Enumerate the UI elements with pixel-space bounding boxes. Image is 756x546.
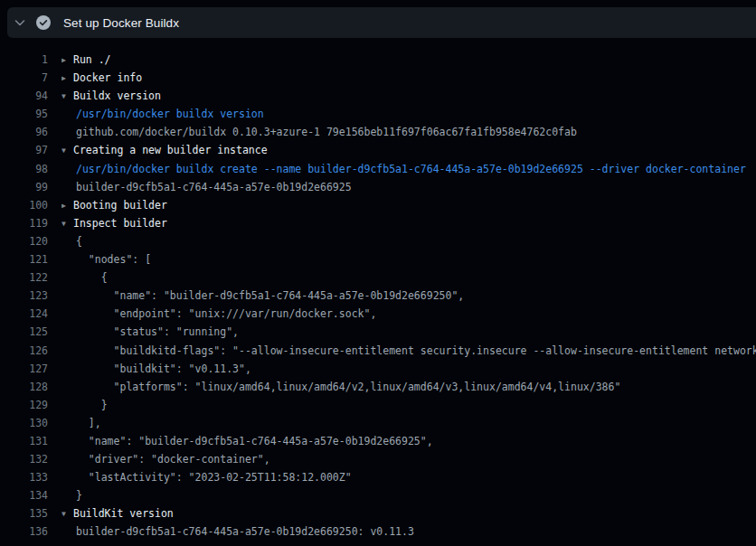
line-number[interactable]: 95 bbox=[0, 105, 48, 123]
step-title: Set up Docker Buildx bbox=[63, 16, 179, 30]
line-number[interactable]: 120 bbox=[0, 232, 48, 250]
log-line: 119▼Inspect builder bbox=[0, 214, 756, 232]
log-line: 122 { bbox=[0, 268, 756, 287]
log-output-text: "buildkitd-flags": "--allow-insecure-ent… bbox=[61, 342, 756, 360]
status-check-icon bbox=[36, 15, 51, 30]
log-group-toggle[interactable]: ▶Docker info bbox=[61, 69, 142, 87]
log-output-text: "endpoint": "unix:///var/run/docker.sock… bbox=[61, 305, 376, 323]
line-number[interactable]: 100 bbox=[0, 196, 48, 214]
log-line: 136builder-d9cfb5a1-c764-445a-a57e-0b19d… bbox=[0, 522, 756, 541]
log-line: 7▶Docker info bbox=[0, 69, 756, 87]
log-group-title: Creating a new builder instance bbox=[73, 144, 268, 156]
line-number[interactable]: 134 bbox=[0, 486, 48, 504]
line-number[interactable]: 128 bbox=[0, 378, 48, 396]
log-command-text: /usr/bin/docker buildx create --name bui… bbox=[61, 160, 746, 178]
line-number[interactable]: 135 bbox=[0, 504, 48, 522]
log-line: 123 "name": "builder-d9cfb5a1-c764-445a-… bbox=[0, 287, 756, 305]
line-number[interactable]: 127 bbox=[0, 360, 48, 378]
line-number[interactable]: 125 bbox=[0, 323, 48, 341]
log-line: 98/usr/bin/docker buildx create --name b… bbox=[0, 160, 756, 178]
log-viewer: 1▶Run ./7▶Docker info94▼Buildx version95… bbox=[0, 51, 756, 546]
log-group-toggle[interactable]: ▼BuildKit version bbox=[61, 504, 174, 522]
log-line: 125 "status": "running", bbox=[0, 323, 756, 341]
log-command-text: /usr/bin/docker buildx version bbox=[61, 105, 264, 123]
log-output-text: "name": "builder-d9cfb5a1-c764-445a-a57e… bbox=[61, 287, 464, 305]
log-output-text: builder-d9cfb5a1-c764-445a-a57e-0b19d2e6… bbox=[61, 178, 352, 196]
log-group-title: Run ./ bbox=[73, 53, 111, 66]
triangle-right-icon[interactable]: ▶ bbox=[61, 197, 73, 214]
log-output-text: builder-d9cfb5a1-c764-445a-a57e-0b19d2e6… bbox=[61, 522, 414, 541]
line-number[interactable]: 121 bbox=[0, 250, 48, 268]
line-number[interactable]: 99 bbox=[0, 178, 48, 196]
step-header[interactable]: Set up Docker Buildx bbox=[7, 7, 756, 38]
line-number[interactable]: 130 bbox=[0, 414, 48, 432]
log-group-title: Buildx version bbox=[73, 89, 161, 102]
log-line: 131 "name": "builder-d9cfb5a1-c764-445a-… bbox=[0, 432, 756, 450]
log-line: 1▶Run ./ bbox=[0, 51, 756, 69]
log-line: 99builder-d9cfb5a1-c764-445a-a57e-0b19d2… bbox=[0, 178, 756, 196]
log-group-title: Inspect builder bbox=[73, 217, 167, 230]
log-output-text: ], bbox=[61, 414, 101, 432]
line-number[interactable]: 123 bbox=[0, 287, 48, 305]
line-number[interactable]: 126 bbox=[0, 342, 48, 360]
log-line: 126 "buildkitd-flags": "--allow-insecure… bbox=[0, 342, 756, 360]
log-group-title: BuildKit version bbox=[73, 507, 174, 520]
line-number[interactable]: 7 bbox=[0, 69, 48, 87]
line-number[interactable]: 122 bbox=[0, 268, 48, 287]
log-output-text: "status": "running", bbox=[61, 323, 239, 341]
log-output-text: "lastActivity": "2023-02-25T11:58:12.000… bbox=[61, 468, 352, 486]
line-number[interactable]: 124 bbox=[0, 305, 48, 323]
log-group-toggle[interactable]: ▼Inspect builder bbox=[61, 214, 167, 232]
line-number[interactable]: 96 bbox=[0, 123, 48, 141]
log-line: 120{ bbox=[0, 232, 756, 250]
line-number[interactable]: 136 bbox=[0, 522, 48, 541]
log-line: 128 "platforms": "linux/amd64,linux/amd6… bbox=[0, 378, 756, 396]
line-number[interactable]: 133 bbox=[0, 468, 48, 486]
log-line: 127 "buildkit": "v0.11.3", bbox=[0, 360, 756, 378]
log-line: 124 "endpoint": "unix:///var/run/docker.… bbox=[0, 305, 756, 323]
log-output-text: "name": "builder-d9cfb5a1-c764-445a-a57e… bbox=[61, 432, 433, 450]
log-output-text: } bbox=[61, 486, 82, 504]
line-number[interactable]: 98 bbox=[0, 160, 48, 178]
chevron-down-icon[interactable] bbox=[13, 15, 27, 30]
log-line: 97▼Creating a new builder instance bbox=[0, 141, 756, 159]
log-output-text: "buildkit": "v0.11.3", bbox=[61, 360, 251, 378]
log-line: 94▼Buildx version bbox=[0, 87, 756, 105]
log-group-toggle[interactable]: ▼Creating a new builder instance bbox=[61, 141, 268, 159]
line-number[interactable]: 97 bbox=[0, 141, 48, 159]
line-number[interactable]: 1 bbox=[0, 51, 48, 69]
log-group-title: Docker info bbox=[73, 71, 142, 84]
triangle-down-icon[interactable]: ▼ bbox=[61, 215, 73, 232]
triangle-down-icon[interactable]: ▼ bbox=[61, 505, 73, 522]
line-number[interactable]: 131 bbox=[0, 432, 48, 450]
log-output-text: "driver": "docker-container", bbox=[61, 450, 270, 468]
line-number[interactable]: 132 bbox=[0, 450, 48, 468]
log-group-title: Booting builder bbox=[73, 199, 167, 212]
log-group-toggle[interactable]: ▼Buildx version bbox=[61, 87, 161, 105]
log-group-toggle[interactable]: ▶Run ./ bbox=[61, 51, 111, 69]
log-line: 133 "lastActivity": "2023-02-25T11:58:12… bbox=[0, 468, 756, 486]
triangle-down-icon[interactable]: ▼ bbox=[61, 142, 73, 159]
log-line: 100▶Booting builder bbox=[0, 196, 756, 214]
log-output-text: "nodes": [ bbox=[61, 250, 151, 268]
log-line: 132 "driver": "docker-container", bbox=[0, 450, 756, 468]
line-number[interactable]: 119 bbox=[0, 214, 48, 232]
triangle-down-icon[interactable]: ▼ bbox=[61, 88, 73, 105]
log-line: 134} bbox=[0, 486, 756, 504]
log-output-text: { bbox=[61, 232, 82, 250]
line-number[interactable]: 94 bbox=[0, 87, 48, 105]
log-output-text: } bbox=[61, 396, 108, 414]
log-output-text: { bbox=[61, 268, 108, 287]
triangle-right-icon[interactable]: ▶ bbox=[61, 70, 73, 87]
line-number[interactable]: 129 bbox=[0, 396, 48, 414]
triangle-right-icon[interactable]: ▶ bbox=[61, 52, 73, 69]
log-line: 96github.com/docker/buildx 0.10.3+azure-… bbox=[0, 123, 756, 141]
log-group-toggle[interactable]: ▶Booting builder bbox=[61, 196, 167, 214]
log-line: 130 ], bbox=[0, 414, 756, 432]
log-line: 129 } bbox=[0, 396, 756, 414]
log-output-text: github.com/docker/buildx 0.10.3+azure-1 … bbox=[61, 123, 577, 141]
log-line: 95/usr/bin/docker buildx version bbox=[0, 105, 756, 123]
log-line: 135▼BuildKit version bbox=[0, 504, 756, 522]
log-line: 121 "nodes": [ bbox=[0, 250, 756, 268]
log-output-text: "platforms": "linux/amd64,linux/amd64/v2… bbox=[61, 378, 620, 396]
